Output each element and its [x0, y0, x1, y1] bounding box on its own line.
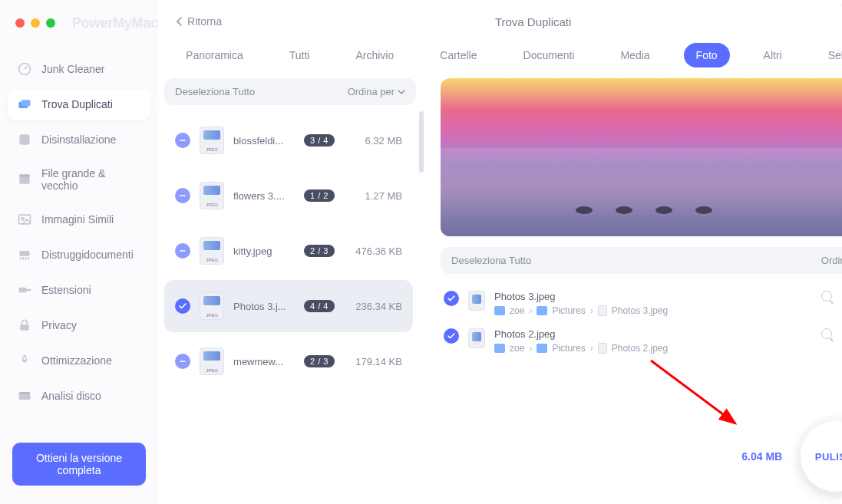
sidebar-item-file-grande[interactable]: File grande & vecchio [8, 160, 150, 199]
tab-panoramica[interactable]: Panoramica [173, 43, 256, 68]
svg-rect-9 [19, 288, 27, 293]
file-name: Photos 3.j... [233, 301, 295, 312]
filter-tabs: Panoramica Tutti Archivio Cartelle Docum… [158, 43, 842, 78]
svg-rect-8 [19, 251, 29, 256]
shredder-icon [17, 247, 32, 262]
sidebar-item-disinstallazione[interactable]: Disinstallazione [8, 124, 150, 155]
file-size: 236.34 KB [344, 301, 402, 312]
lock-icon [17, 318, 32, 333]
duplicate-group-row[interactable]: JPEGblossfeldi...3 / 46.32 MB [164, 114, 413, 166]
get-full-version-button[interactable]: Ottieni la versione completa [12, 443, 146, 486]
total-size: 6.04 MB [741, 450, 782, 463]
selection-toggle[interactable] [175, 188, 190, 203]
duplicate-file-row[interactable]: Photos 2.jpeg zoe › Pictures › Photos 2.… [441, 322, 842, 360]
duplicate-count-badge: 4 / 4 [304, 300, 335, 312]
sidebar-item-junk-cleaner[interactable]: Junk Cleaner [8, 54, 150, 84]
main-content: Ritorna Trova Duplicati ? Panoramica Tut… [158, 0, 842, 504]
duplicate-files-list: Photos 3.jpeg zoe › Pictures › Photos 3.… [441, 280, 842, 360]
gauge-icon [17, 61, 32, 77]
file-name: blossfeldi... [233, 135, 295, 147]
sidebar-item-label: Junk Cleaner [41, 63, 105, 75]
file-size: 6.32 MB [344, 135, 402, 147]
file-name: Photos 2.jpeg [494, 328, 807, 340]
selection-toggle[interactable] [444, 291, 459, 306]
path-segment: Photos 3.jpeg [612, 305, 668, 316]
jpeg-file-icon: JPEG [200, 348, 224, 375]
minimize-window-button[interactable] [31, 18, 40, 28]
selection-toggle[interactable] [175, 354, 190, 369]
selection-toggle[interactable] [175, 243, 190, 259]
close-window-button[interactable] [15, 18, 25, 28]
folder-icon [537, 306, 547, 315]
sidebar-item-distruggidocumenti[interactable]: Distruggidocumenti [8, 239, 150, 270]
tab-selezionati[interactable]: Selezionati [816, 43, 842, 68]
footer: 6.04 MB PULISCI [441, 409, 842, 504]
duplicate-group-row[interactable]: JPEGflowers 3....1 / 21.27 MB [164, 170, 413, 222]
duplicate-file-row[interactable]: Photos 3.jpeg zoe › Pictures › Photos 3.… [441, 285, 842, 322]
chevron-right-icon: › [590, 305, 593, 316]
reveal-in-finder-icon[interactable] [821, 328, 832, 339]
selection-toggle[interactable] [444, 328, 459, 344]
topbar: Ritorna Trova Duplicati ? [158, 0, 842, 43]
duplicate-count-badge: 3 / 4 [304, 134, 335, 147]
sidebar-item-label: Privacy [41, 319, 77, 331]
selection-toggle[interactable] [175, 133, 190, 148]
tab-foto[interactable]: Foto [684, 43, 730, 68]
preview-pane: Deseleziona Tutto Ordina per Photos 3.jp… [425, 78, 842, 504]
folder-icon [537, 344, 547, 353]
window-controls: PowerMyMac [0, 11, 158, 35]
sidebar-item-estensioni[interactable]: Estensioni [8, 275, 150, 305]
jpeg-file-icon [468, 291, 485, 311]
deselect-all-detail-button[interactable]: Deseleziona Tutto [451, 255, 531, 266]
sidebar-item-ottimizzazione[interactable]: Ottimizzazione [8, 345, 150, 376]
duplicate-group-row[interactable]: JPEGkitty.jpeg2 / 3476.36 KB [164, 225, 413, 277]
tab-documenti[interactable]: Documenti [511, 43, 587, 68]
sidebar-item-trova-duplicati[interactable]: Trova Duplicati [8, 89, 150, 120]
tab-altri[interactable]: Altri [751, 43, 794, 68]
duplicate-groups-list[interactable]: JPEGblossfeldi...3 / 46.32 MBJPEGflowers… [161, 111, 425, 504]
file-name: kitty.jpeg [233, 245, 295, 257]
path-segment: Pictures [552, 343, 585, 354]
sidebar-item-analisi-disco[interactable]: Analisi disco [8, 380, 150, 411]
file-name: flowers 3.... [233, 190, 295, 202]
selection-toggle[interactable] [175, 298, 190, 314]
sort-detail-button[interactable]: Ordina per [821, 255, 842, 266]
duplicate-group-row[interactable]: JPEGmewmew...2 / 3179.14 KB [164, 335, 413, 387]
duplicate-count-badge: 2 / 3 [304, 245, 335, 257]
clean-button[interactable]: PULISCI [801, 421, 842, 492]
tab-cartelle[interactable]: Cartelle [428, 43, 489, 68]
scrollbar[interactable] [419, 111, 424, 173]
duplicate-group-row[interactable]: JPEGPhotos 3.j...4 / 4236.34 KB [164, 280, 413, 332]
back-label: Ritorna [187, 15, 222, 28]
jpeg-file-icon: JPEG [200, 292, 224, 320]
jpeg-file-icon [468, 328, 485, 348]
file-size: 476.36 KB [344, 245, 402, 257]
fullscreen-window-button[interactable] [46, 18, 55, 28]
file-icon [598, 343, 607, 354]
tab-archivio[interactable]: Archivio [343, 43, 406, 68]
sidebar: PowerMyMac Junk Cleaner Trova Duplicati … [0, 0, 158, 504]
tab-media[interactable]: Media [608, 43, 662, 68]
tab-tutti[interactable]: Tutti [277, 43, 322, 68]
path-segment: Photos 2.jpeg [612, 343, 668, 354]
sidebar-item-immagini-simili[interactable]: Immagini Simili [8, 204, 150, 235]
chevron-left-icon [177, 17, 183, 26]
jpeg-file-icon: JPEG [200, 182, 224, 209]
duplicate-groups-pane: Deseleziona Tutto Ordina per JPEGblossfe… [161, 78, 425, 504]
detail-toolbar: Deseleziona Tutto Ordina per [441, 247, 842, 274]
sidebar-item-privacy[interactable]: Privacy [8, 310, 150, 341]
sort-detail-label: Ordina per [821, 255, 842, 266]
sort-button[interactable]: Ordina per [348, 86, 405, 97]
path-segment: zoe [510, 305, 524, 316]
folders-icon [17, 97, 32, 112]
sidebar-item-label: Distruggidocumenti [41, 249, 134, 261]
disk-icon [17, 388, 32, 404]
path-segment: zoe [510, 343, 524, 354]
svg-rect-3 [19, 134, 29, 144]
deselect-all-button[interactable]: Deseleziona Tutto [175, 86, 255, 97]
jpeg-file-icon: JPEG [200, 127, 224, 154]
sidebar-item-label: Analisi disco [41, 390, 101, 402]
reveal-in-finder-icon[interactable] [821, 291, 832, 301]
chevron-right-icon: › [590, 343, 593, 354]
back-button[interactable]: Ritorna [177, 15, 222, 28]
